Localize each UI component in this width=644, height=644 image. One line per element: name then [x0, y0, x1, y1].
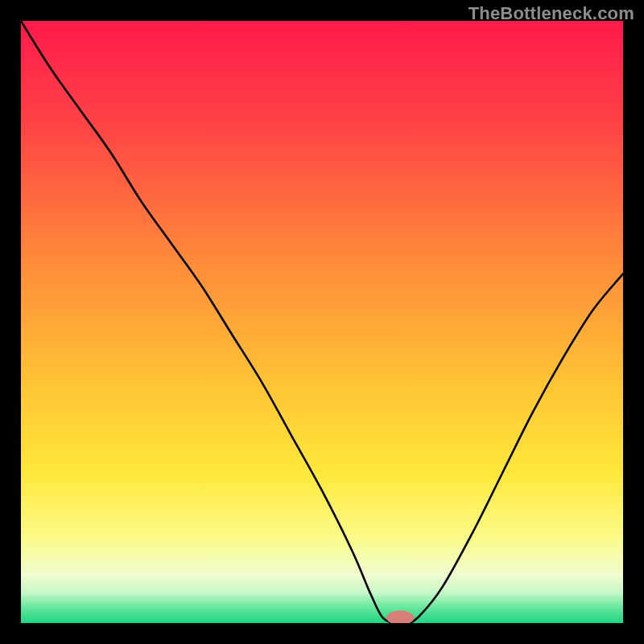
chart-frame: TheBottleneck.com	[0, 0, 644, 644]
chart-background	[21, 21, 623, 623]
bottleneck-chart	[21, 21, 623, 623]
